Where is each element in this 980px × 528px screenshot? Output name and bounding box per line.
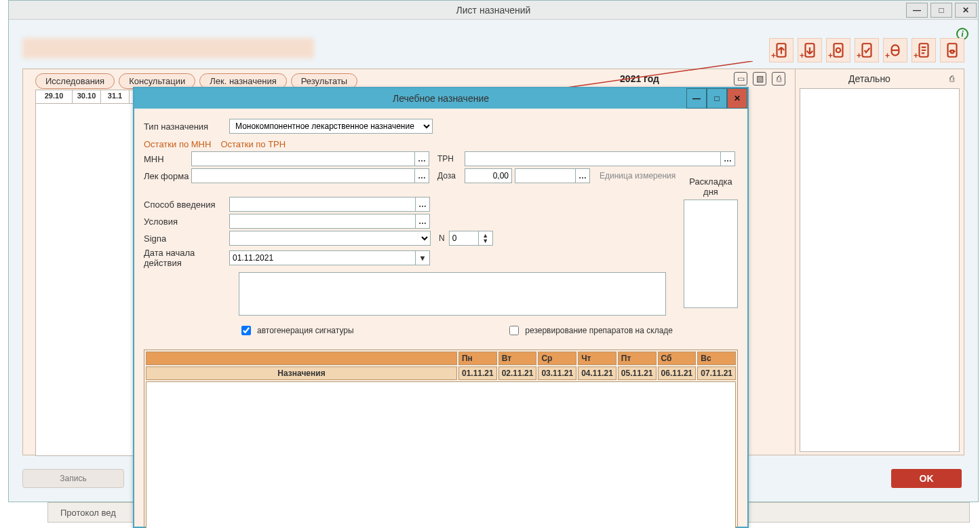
link-remains-trn[interactable]: Остатки по ТРН	[220, 139, 286, 149]
dayplan-box[interactable]	[684, 200, 738, 308]
svg-rect-2	[834, 43, 843, 57]
dose-unit-lookup-button[interactable]: …	[575, 168, 590, 183]
n-input[interactable]	[449, 231, 479, 246]
signature-textarea[interactable]	[239, 272, 666, 316]
detail-content	[800, 88, 960, 452]
reserve-checkbox[interactable]	[509, 326, 519, 335]
detail-panel: Детально ⎙	[795, 69, 964, 455]
patient-name-blurred	[22, 38, 314, 58]
label-trn: ТРН	[437, 154, 465, 164]
toolbar-icon-check[interactable]: +	[855, 38, 879, 62]
trn-lookup-button[interactable]: …	[720, 151, 735, 166]
route-lookup-button[interactable]: …	[415, 197, 430, 212]
startdate-input[interactable]	[229, 250, 416, 265]
dialog-minimize-button[interactable]: —	[686, 88, 707, 109]
ok-button[interactable]: OK	[891, 469, 962, 488]
label-dose: Доза	[437, 171, 465, 181]
type-select[interactable]: Монокомпонентное лекарственное назначени…	[229, 119, 433, 134]
label-cond: Условия	[144, 216, 229, 227]
signa-select[interactable]	[229, 231, 431, 246]
bottom-tab-protocol[interactable]: Протокол вед	[60, 508, 116, 518]
label-lekform: Лек форма	[144, 171, 191, 181]
day-header: Сб	[658, 352, 697, 365]
date-header[interactable]: 31.1	[101, 90, 130, 103]
mnn-input[interactable]	[191, 151, 415, 166]
dialog-close-button[interactable]: ✕	[727, 88, 747, 109]
naz-header: Назначения	[146, 366, 457, 380]
main-window-title: Лист назначений	[456, 5, 531, 16]
year-label: 2021 год	[620, 73, 659, 84]
lekform-input[interactable]	[191, 168, 415, 183]
date-header: 03.11.21	[538, 366, 576, 380]
label-mnn: МНН	[144, 154, 191, 164]
pill-research[interactable]: Исследования	[35, 73, 115, 89]
date-header: 02.11.21	[498, 366, 537, 380]
minimize-button[interactable]: —	[906, 3, 928, 18]
date-header[interactable]: 30.10	[73, 90, 101, 103]
day-header: Ср	[538, 352, 576, 365]
dialog-maximize-button[interactable]: □	[707, 88, 727, 109]
toolbar-icon-note[interactable]: +	[912, 38, 936, 62]
main-window-titlebar: Лист назначений — □ ✕	[9, 1, 978, 20]
detail-panel-title: Детально	[796, 73, 943, 84]
toolbar-icon-cert[interactable]: +	[826, 38, 850, 62]
dialog-title: Лечебное назначение	[393, 93, 489, 104]
schedule-table: Пн Вт Ср Чт Пт Сб Вс Назначения 01.11.21…	[144, 350, 738, 528]
day-header: Пн	[458, 352, 497, 365]
lekform-lookup-button[interactable]: …	[414, 168, 429, 183]
calendar-add-icon[interactable]: ▧	[753, 72, 766, 86]
autogen-checkbox[interactable]	[241, 326, 251, 335]
n-spinner[interactable]: ▲▼	[478, 231, 493, 246]
date-header: 07.11.21	[697, 366, 736, 380]
label-n: N	[439, 233, 445, 243]
toolbar-icon-view[interactable]	[940, 38, 964, 62]
autogen-checkbox-label[interactable]: автогенерация сигнатуры	[239, 324, 354, 337]
calendar-icon[interactable]: ▭	[734, 72, 747, 86]
toolbar: + + + + + +	[769, 38, 964, 62]
dose-unit-input[interactable]	[515, 168, 576, 183]
date-header: 01.11.21	[458, 366, 497, 380]
link-remains-mnn[interactable]: Остатки по МНН	[144, 139, 211, 149]
day-header: Пт	[618, 352, 656, 365]
label-route: Способ введения	[144, 200, 229, 210]
label-dayplan: Раскладка дня	[684, 176, 738, 197]
label-type: Тип назначения	[144, 121, 229, 132]
label-startdate: Дата начала действия	[144, 248, 229, 268]
svg-point-3	[836, 48, 841, 53]
day-header: Вс	[697, 352, 736, 365]
trn-input[interactable]	[465, 151, 721, 166]
cond-lookup-button[interactable]: …	[415, 214, 430, 229]
day-header: Вт	[498, 352, 537, 365]
toolbar-icon-import[interactable]: +	[798, 38, 822, 62]
reserve-checkbox-label[interactable]: резервирование препаратов на складе	[507, 324, 673, 337]
date-header: 05.11.21	[618, 366, 656, 380]
dialog-titlebar: Лечебное назначение — □ ✕	[134, 88, 747, 109]
svg-rect-4	[863, 43, 871, 57]
toolbar-icon-med[interactable]: +	[883, 38, 907, 62]
detail-print-icon[interactable]: ⎙	[945, 72, 958, 86]
date-header: 04.11.21	[578, 366, 616, 380]
date-header: 06.11.21	[658, 366, 697, 380]
maximize-button[interactable]: □	[930, 3, 952, 18]
table-row[interactable]	[146, 381, 736, 528]
cond-input[interactable]	[229, 214, 416, 229]
print-icon[interactable]: ⎙	[772, 72, 785, 86]
dose-input[interactable]	[465, 168, 512, 183]
close-button[interactable]: ✕	[955, 3, 977, 18]
record-button[interactable]: Запись	[22, 469, 124, 488]
startdate-picker-button[interactable]: ▾	[415, 250, 430, 265]
label-signa: Signa	[144, 233, 229, 244]
treatment-dialog: Лечебное назначение — □ ✕ Тип назначения…	[133, 87, 749, 528]
toolbar-icon-export[interactable]: +	[769, 38, 793, 62]
route-input[interactable]	[229, 197, 416, 212]
label-unit: Единица измерения	[600, 171, 675, 181]
day-header: Чт	[578, 352, 616, 365]
mnn-lookup-button[interactable]: …	[414, 151, 429, 166]
date-header[interactable]: 29.10	[36, 90, 73, 103]
